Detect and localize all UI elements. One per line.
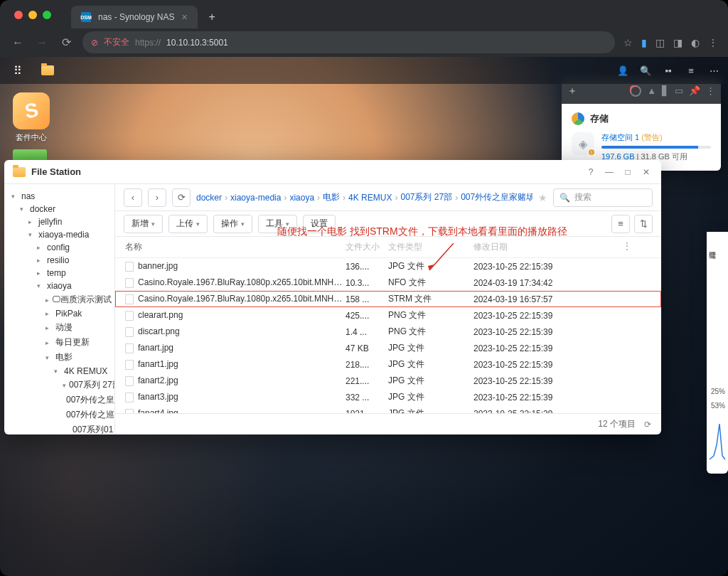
storage-tab-icon[interactable]: ▲	[647, 85, 656, 97]
crumb-item[interactable]: xiaoya	[289, 193, 314, 203]
tree-node[interactable]: ▸config	[4, 241, 114, 254]
col-name[interactable]: 名称	[125, 241, 346, 253]
file-row[interactable]: discart.png1.4 ...PNG 文件2023-10-25 22:15…	[115, 324, 661, 340]
tree-node[interactable]: 007外传之巡	[4, 407, 114, 422]
tree-node[interactable]: ▾docker	[4, 203, 114, 215]
tree-node[interactable]: ▸🖵画质演示测试（4K	[4, 292, 114, 307]
file-list[interactable]: 名称 文件大小 文件类型 修改日期 ⋮ banner.jpg136....JPG…	[115, 237, 661, 413]
storage-info[interactable]: 存储空间 1 (警告) 197.6 GB | 31.8 GB 可用	[601, 132, 711, 162]
file-station-launcher-icon[interactable]	[37, 60, 58, 81]
col-type[interactable]: 文件类型	[388, 241, 473, 253]
tree-node[interactable]: ▸temp	[4, 267, 114, 279]
browser-tab-active[interactable]: DSM nas - Synology NAS ×	[71, 6, 198, 28]
tools-button[interactable]: 工具▾	[258, 215, 297, 233]
tab-close-icon[interactable]: ×	[181, 11, 187, 23]
file-row[interactable]: fanart1.jpg218....JPG 文件2023-10-25 22:15…	[115, 356, 661, 373]
favorite-star-icon[interactable]: ★	[538, 192, 547, 203]
settings-button[interactable]: 设置	[303, 215, 336, 233]
crumb-item[interactable]: 007外传之皇家赌场 1967 WEB-4K	[461, 191, 532, 203]
view-sort-icon[interactable]: ⇅	[634, 215, 653, 233]
widgets-icon[interactable]: ▪▪	[661, 63, 675, 78]
nav-reload-icon[interactable]: ⟳	[58, 36, 74, 49]
new-tab-button[interactable]: +	[203, 8, 221, 26]
maximize-window[interactable]	[43, 11, 51, 19]
col-mod[interactable]: 修改日期	[473, 241, 623, 253]
file-row[interactable]: Casino.Royale.1967.BluRay.1080p.x265.10b…	[115, 274, 661, 291]
widget-add-icon[interactable]: ＋	[567, 85, 577, 97]
notification-icon[interactable]: ≡	[684, 63, 698, 78]
widget-menu-icon[interactable]: ⋮	[706, 85, 715, 97]
tree-node[interactable]: ▸jellyfin	[4, 215, 114, 228]
users-tab-icon[interactable]: ▋	[662, 85, 669, 97]
file-row[interactable]: fanart3.jpg332 ...JPG 文件2023-10-25 22:15…	[115, 389, 661, 405]
nav-back-icon[interactable]: ←	[10, 36, 26, 49]
pin-icon[interactable]: 📌	[689, 85, 700, 97]
tree-node[interactable]: ▾xiaoya-media	[4, 228, 114, 241]
volume-cube-icon: ◈!	[572, 132, 594, 155]
file-icon	[125, 409, 134, 413]
fs-maximize-icon[interactable]: □	[621, 166, 634, 178]
breadcrumb[interactable]: docker›xiaoya-media›xiaoya›电影›4K REMUX›0…	[196, 191, 532, 203]
fs-tree[interactable]: ▾nas▾docker▸jellyfin▾xiaoya-media▸config…	[4, 184, 115, 434]
file-row[interactable]: clearart.png425....PNG 文件2023-10-25 22:1…	[115, 307, 661, 324]
file-list-header[interactable]: 名称 文件大小 文件类型 修改日期 ⋮	[115, 237, 661, 258]
crumb-item[interactable]: xiaoya-media	[230, 193, 281, 203]
tree-node[interactable]: ▸每日更新	[4, 335, 114, 350]
tree-node[interactable]: ▸PikPak	[4, 307, 114, 320]
profile-icon[interactable]: ◐	[691, 37, 700, 48]
tree-node[interactable]: ▾电影	[4, 350, 114, 365]
col-menu-icon[interactable]: ⋮	[623, 241, 637, 253]
tree-node[interactable]: ▸动漫	[4, 320, 114, 335]
crumb-item[interactable]: 007系列 27部	[400, 191, 452, 203]
status-refresh-icon[interactable]: ⟳	[644, 420, 651, 430]
volume-name-link[interactable]: 存储空间 1	[601, 133, 639, 142]
user-icon[interactable]: 👤	[616, 63, 630, 78]
extensions-icon[interactable]: ◫	[655, 37, 665, 48]
crumb-refresh-button[interactable]: ⟳	[172, 188, 191, 207]
tree-node[interactable]: ▾nas	[4, 190, 114, 203]
col-size[interactable]: 文件大小	[346, 241, 388, 253]
crumb-back-button[interactable]: ‹	[124, 188, 142, 207]
bookmark-star-icon[interactable]: ☆	[623, 37, 633, 48]
crumb-forward-button[interactable]: ›	[148, 188, 166, 207]
tree-node[interactable]: ▾007系列 27部	[4, 378, 114, 393]
search-input[interactable]: 🔍搜索	[553, 188, 653, 207]
new-button[interactable]: 新增▾	[124, 215, 163, 233]
fs-minimize-icon[interactable]: —	[603, 166, 616, 178]
operations-button[interactable]: 操作▾	[213, 215, 252, 233]
address-bar[interactable]: ⊘ 不安全 https://10.10.10.3:5001	[82, 31, 615, 53]
package-center-label: 套件中心	[16, 132, 47, 143]
crumb-item[interactable]: 4K REMUX	[348, 193, 392, 203]
minimize-window[interactable]	[28, 11, 37, 19]
tree-node[interactable]: 007系列01	[4, 422, 114, 434]
close-window[interactable]	[14, 11, 23, 19]
upload-button[interactable]: 上传▾	[168, 215, 208, 233]
nav-forward-icon[interactable]: →	[34, 36, 50, 49]
file-row[interactable]: Casino.Royale.1967.BluRay.1080p.x265.10b…	[115, 291, 661, 307]
fs-help-icon[interactable]: ?	[584, 166, 597, 178]
tab-title: nas - Synology NAS	[98, 12, 174, 22]
tree-node[interactable]: ▾xiaoya	[4, 279, 114, 292]
menu-dots-icon[interactable]: ⋮	[708, 37, 718, 48]
tree-node[interactable]: ▸resilio	[4, 254, 114, 267]
tree-node[interactable]: ▾4K REMUX	[4, 365, 114, 378]
sidepanel-icon[interactable]: ◨	[673, 37, 682, 48]
browser-actions: ☆ ▮ ◫ ◨ ◐ ⋮	[623, 37, 718, 48]
file-row[interactable]: fanart4.jpg1021...JPG 文件2023-10-25 22:15…	[115, 405, 661, 413]
file-row[interactable]: fanart.jpg47 KBJPG 文件2023-10-25 22:15:39	[115, 340, 661, 356]
fs-close-icon[interactable]: ✕	[640, 166, 653, 178]
tree-node[interactable]: 007外传之皇	[4, 393, 114, 407]
fs-titlebar[interactable]: File Station ? — □ ✕	[4, 160, 661, 184]
file-row[interactable]: fanart2.jpg221....JPG 文件2023-10-25 22:15…	[115, 373, 661, 389]
crumb-item[interactable]: 电影	[323, 191, 340, 203]
resource-monitor-icon[interactable]	[630, 85, 641, 97]
main-menu-icon[interactable]: ⠿	[7, 60, 28, 81]
options-icon[interactable]: ⋯	[707, 63, 721, 78]
package-center-icon[interactable]: S 套件中心	[13, 92, 50, 143]
crumb-item[interactable]: docker	[196, 193, 222, 203]
view-list-icon[interactable]: ≡	[611, 215, 630, 233]
file-row[interactable]: banner.jpg136....JPG 文件2023-10-25 22:15:…	[115, 258, 661, 274]
log-tab-icon[interactable]: ▭	[675, 85, 683, 97]
search-icon[interactable]: 🔍	[638, 63, 653, 78]
extension-icon-1[interactable]: ▮	[641, 37, 647, 48]
